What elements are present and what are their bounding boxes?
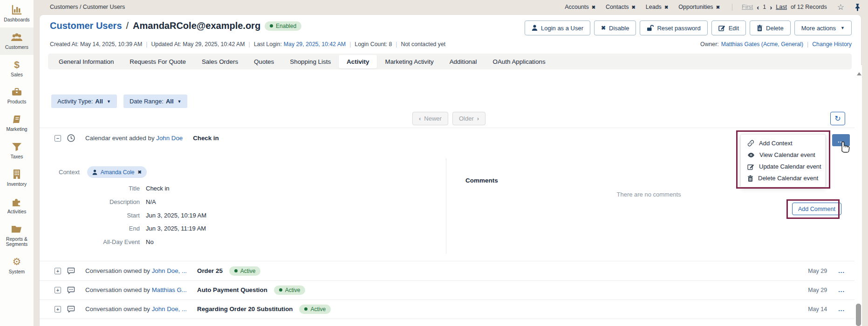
caret-down-icon: ▼ <box>841 26 845 30</box>
scrollbar-track[interactable] <box>854 65 862 326</box>
sidebar-item-activities[interactable]: Activities <box>0 192 34 219</box>
tab-requests-for-quote[interactable]: Requests For Quote <box>122 55 194 68</box>
star-icon[interactable]: ☆ <box>837 2 844 12</box>
close-icon[interactable]: ✖ <box>631 5 635 10</box>
change-history-link[interactable]: Change History <box>812 41 852 48</box>
calendar-event-row: − Calendar event added by John Doe Check… <box>55 134 219 142</box>
sidebar-item-marketing[interactable]: Marketing <box>0 109 34 137</box>
menu-item-add-context[interactable]: Add Context <box>741 137 825 149</box>
entity-tab-leads[interactable]: Leads ✖ <box>646 4 668 10</box>
tab-activity[interactable]: Activity <box>339 55 377 68</box>
entity-tab-contacts[interactable]: Contacts ✖ <box>606 4 636 10</box>
date-range-filter[interactable]: Date Range: All ▼ <box>123 95 188 108</box>
meta-separator: | <box>807 41 808 48</box>
menu-item-view-calendar-event[interactable]: View Calendar event <box>741 149 825 161</box>
expand-icon[interactable]: + <box>55 268 61 274</box>
sidebar-item-inventory[interactable]: Inventory <box>0 164 34 192</box>
scrollbar-up-icon[interactable] <box>857 72 861 75</box>
login-as-user-button[interactable]: Login as a User <box>525 20 590 35</box>
scrollbar-thumb[interactable] <box>856 304 861 326</box>
close-icon[interactable]: ✖ <box>592 5 595 10</box>
button-label: Newer <box>424 115 442 122</box>
conversation-description: Conversation owned by John Doe, ... <box>85 306 187 312</box>
tab-marketing-activity[interactable]: Marketing Activity <box>377 55 441 68</box>
sidebar-item-customers[interactable]: Customers <box>0 27 34 55</box>
meta-separator: | <box>349 41 351 48</box>
more-actions-button[interactable]: More actions ▼ <box>794 20 852 35</box>
conversation-actions-button[interactable]: ... <box>838 286 845 293</box>
expand-icon[interactable]: + <box>55 287 61 293</box>
delete-button[interactable]: Delete <box>750 20 791 35</box>
conversation-owner-link[interactable]: Matthias G... <box>152 286 187 293</box>
conversation-owner-link[interactable]: John Doe, ... <box>152 267 187 274</box>
sidebar-item-label: Products <box>7 99 27 105</box>
reset-password-button[interactable]: Reset password <box>640 20 707 35</box>
sidebar-item-taxes[interactable]: Taxes <box>0 137 34 164</box>
last-record-link[interactable]: Last <box>776 4 787 10</box>
sidebar-item-sales[interactable]: $ Sales <box>0 55 34 82</box>
conversation-prefix: Conversation owned by <box>85 267 150 274</box>
add-comment-button[interactable]: Add Comment <box>792 203 841 215</box>
menu-item-label: View Calendar event <box>759 151 815 158</box>
older-button[interactable]: Older › <box>452 112 485 125</box>
people-icon <box>11 32 23 43</box>
prev-record-icon[interactable]: ‹ <box>757 4 759 11</box>
sidebar-item-products[interactable]: Products <box>0 82 34 109</box>
remove-context-icon[interactable]: ✖ <box>138 170 142 175</box>
tab-sales-orders[interactable]: Sales Orders <box>194 55 246 68</box>
event-actor-link[interactable]: John Doe <box>156 135 183 142</box>
customer-user-email: AmandaRCole@example.org <box>133 20 260 31</box>
sidebar-item-reports[interactable]: Reports & Segments <box>0 219 34 252</box>
last-login-label: Last Login: <box>254 41 282 48</box>
menu-item-update-calendar-event[interactable]: Update Calendar event <box>741 161 825 172</box>
x-icon: ✖ <box>601 25 606 31</box>
conversation-actions-button[interactable]: ... <box>838 306 845 312</box>
detail-row-title: Title Check in <box>58 185 170 192</box>
dollar-icon: $ <box>14 59 20 70</box>
tab-general-information[interactable]: General Information <box>51 55 122 68</box>
event-actions-button[interactable]: ... <box>832 134 850 146</box>
refresh-button[interactable]: ↻ <box>830 112 845 125</box>
status-dot-icon <box>304 307 308 311</box>
first-record-link[interactable]: First <box>742 4 753 10</box>
last-login-link[interactable]: May 29, 2025, 10:42 AM <box>284 41 346 48</box>
newer-button[interactable]: ‹ Newer <box>412 112 448 125</box>
tab-quotes[interactable]: Quotes <box>246 55 282 68</box>
customer-users-link[interactable]: Customer Users <box>50 20 122 31</box>
collapse-icon[interactable]: − <box>55 135 61 142</box>
detail-label: All-Day Event <box>58 238 140 245</box>
conversation-owner-link[interactable]: John Doe, ... <box>152 306 187 312</box>
detail-row-all-day: All-Day Event No <box>58 238 154 245</box>
tab-additional[interactable]: Additional <box>442 55 485 68</box>
tab-oauth-applications[interactable]: OAuth Applications <box>485 55 554 68</box>
sidebar-item-dashboards[interactable]: Dashboards <box>0 0 34 27</box>
divider <box>40 319 861 319</box>
close-icon[interactable]: ✖ <box>664 5 668 10</box>
sidebar-item-label: Activities <box>7 209 27 215</box>
event-prefix: Calendar event added by <box>85 135 155 142</box>
context-chip-amanda-cole[interactable]: Amanda Cole ✖ <box>87 166 147 178</box>
edit-button[interactable]: Edit <box>711 20 746 35</box>
detail-label: End <box>58 225 140 232</box>
entity-tab-opportunities[interactable]: Opportunities ✖ <box>678 4 720 10</box>
pin-icon[interactable] <box>854 3 861 11</box>
menu-item-delete-calendar-event[interactable]: Delete Calendar event <box>741 172 825 184</box>
disable-button[interactable]: ✖ Disable <box>594 20 636 35</box>
conversation-description: Conversation owned by Matthias G... <box>85 286 187 293</box>
close-icon[interactable]: ✖ <box>716 5 720 10</box>
detail-row-end: End Jun 3, 2025, 11:19 AM <box>58 225 206 232</box>
expand-icon[interactable]: + <box>55 306 61 312</box>
owner-link[interactable]: Matthias Gates (Acme, General) <box>721 41 803 48</box>
contacted-status: Not contacted yet <box>401 41 446 48</box>
button-label: Edit <box>729 25 739 32</box>
tab-shopping-lists[interactable]: Shopping Lists <box>282 55 339 68</box>
activity-type-filter[interactable]: Activity Type: All ▼ <box>51 95 117 108</box>
sidebar-item-label: Taxes <box>11 154 23 160</box>
sidebar-item-system[interactable]: ⚙ System <box>0 252 34 279</box>
conversation-prefix: Conversation owned by <box>85 286 150 293</box>
next-record-icon[interactable]: › <box>770 4 772 11</box>
event-description: Calendar event added by John Doe <box>85 135 183 142</box>
owner-label: Owner: <box>700 41 719 48</box>
conversation-actions-button[interactable]: ... <box>838 267 845 274</box>
entity-tab-accounts[interactable]: Accounts ✖ <box>565 4 595 10</box>
